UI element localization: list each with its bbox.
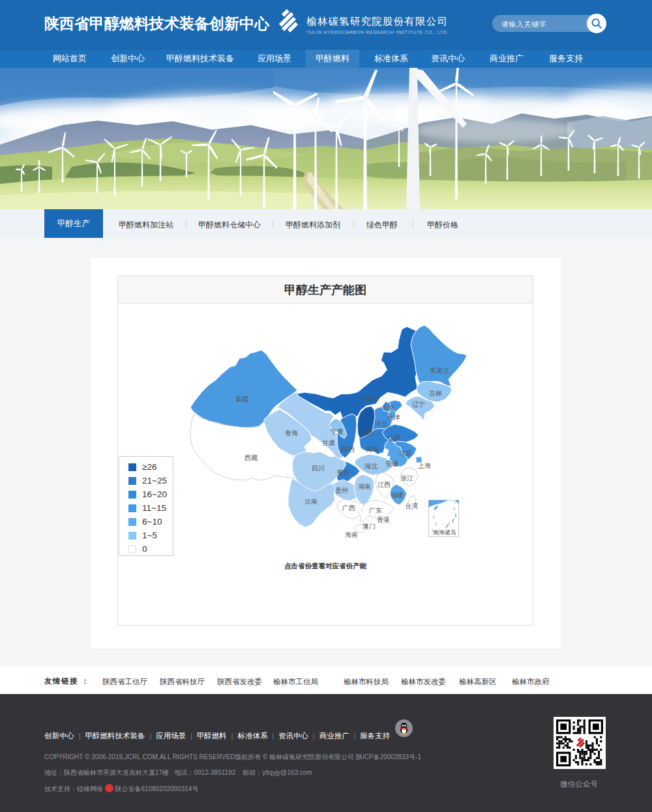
svg-text:贵州: 贵州 [335, 487, 348, 494]
svg-text:河南: 河南 [366, 446, 379, 453]
svg-text:新疆: 新疆 [235, 396, 248, 403]
svg-text:四川: 四川 [312, 465, 325, 472]
svg-text:上海: 上海 [417, 462, 431, 469]
svg-text:重庆: 重庆 [336, 469, 350, 476]
svg-text:山东: 山东 [388, 434, 401, 441]
svg-text:北京: 北京 [382, 404, 395, 411]
svg-text:内蒙古: 内蒙古 [359, 395, 378, 402]
svg-text:天津: 天津 [387, 414, 400, 421]
svg-text:浙江: 浙江 [400, 474, 413, 482]
svg-text:吉林: 吉林 [429, 390, 442, 397]
svg-text:广东: 广东 [369, 507, 382, 514]
svg-text:台湾: 台湾 [405, 502, 418, 510]
svg-text:甘肃: 甘肃 [322, 439, 335, 446]
svg-text:江西: 江西 [378, 481, 391, 488]
svg-text:广西: 广西 [342, 504, 355, 512]
svg-text:河北: 河北 [375, 420, 389, 428]
svg-text:辽宁: 辽宁 [412, 401, 425, 408]
svg-text:山西: 山西 [361, 429, 374, 436]
svg-text:陕西: 陕西 [342, 446, 355, 453]
svg-text:黑龙江: 黑龙江 [430, 367, 449, 374]
svg-text:澳门: 澳门 [363, 523, 376, 530]
svg-text:香港: 香港 [377, 516, 390, 523]
svg-text:青海: 青海 [285, 429, 298, 437]
svg-text:海南: 海南 [345, 531, 358, 538]
svg-text:南海诸岛: 南海诸岛 [433, 529, 456, 536]
svg-text:西藏: 西藏 [244, 454, 258, 461]
svg-text:湖北: 湖北 [364, 463, 378, 470]
svg-text:湖南: 湖南 [358, 483, 371, 490]
svg-text:福建: 福建 [391, 491, 404, 499]
svg-text:江苏: 江苏 [399, 450, 412, 457]
svg-text:安徽: 安徽 [385, 460, 398, 467]
svg-text:云南: 云南 [304, 498, 318, 505]
svg-text:宁夏: 宁夏 [331, 428, 344, 435]
